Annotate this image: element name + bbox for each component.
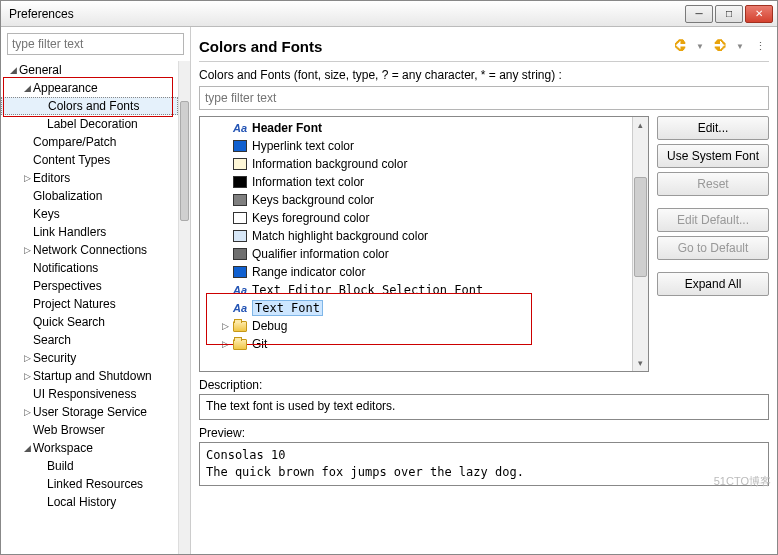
- expand-icon[interactable]: [21, 443, 33, 453]
- expand-icon[interactable]: [218, 321, 232, 331]
- tree-node[interactable]: Security: [1, 349, 178, 367]
- list-item[interactable]: Hyperlink text color: [200, 137, 632, 155]
- tree-node[interactable]: Project Natures: [1, 295, 178, 313]
- tree-node[interactable]: Build: [1, 457, 178, 475]
- list-item[interactable]: Range indicator color: [200, 263, 632, 281]
- edit-button[interactable]: Edit...: [657, 116, 769, 140]
- list-item[interactable]: AaText Font: [200, 299, 632, 317]
- tree-scrollbar[interactable]: [178, 61, 190, 554]
- color-swatch-icon: [232, 211, 248, 225]
- back-dropdown[interactable]: ▼: [691, 37, 709, 55]
- tree-node[interactable]: Editors: [1, 169, 178, 187]
- list-item[interactable]: Qualifier information color: [200, 245, 632, 263]
- maximize-button[interactable]: □: [715, 5, 743, 23]
- title-bar: Preferences ─ □ ✕: [1, 1, 777, 27]
- expand-icon[interactable]: [7, 65, 19, 75]
- tree-node-label: Globalization: [33, 189, 102, 203]
- tree-node-label: Network Connections: [33, 243, 147, 257]
- tree-node[interactable]: Link Handlers: [1, 223, 178, 241]
- tree-node[interactable]: Quick Search: [1, 313, 178, 331]
- expand-icon[interactable]: [21, 83, 33, 93]
- font-filter-input[interactable]: [199, 86, 769, 110]
- tree-node[interactable]: Colors and Fonts: [1, 97, 178, 115]
- tree-node-label: Colors and Fonts: [48, 99, 139, 113]
- folder-icon: [232, 337, 248, 351]
- tree-node[interactable]: Local History: [1, 493, 178, 511]
- reset-button[interactable]: Reset: [657, 172, 769, 196]
- font-icon: Aa: [232, 301, 248, 315]
- back-button[interactable]: ⮈: [671, 37, 689, 55]
- expand-icon[interactable]: [21, 371, 33, 381]
- tree-node-label: Local History: [47, 495, 116, 509]
- tree-node-label: Link Handlers: [33, 225, 106, 239]
- tree-node[interactable]: User Storage Service: [1, 403, 178, 421]
- tree-node[interactable]: Globalization: [1, 187, 178, 205]
- list-item-label: Header Font: [252, 121, 322, 135]
- tree-node-label: Linked Resources: [47, 477, 143, 491]
- preferences-tree[interactable]: GeneralAppearanceColors and FontsLabel D…: [1, 61, 190, 554]
- window-title: Preferences: [5, 7, 685, 21]
- tree-node[interactable]: UI Responsiveness: [1, 385, 178, 403]
- menu-icon: ⋮: [755, 40, 766, 53]
- color-swatch-icon: [232, 247, 248, 261]
- tree-node[interactable]: Content Types: [1, 151, 178, 169]
- folder-icon: [232, 319, 248, 333]
- view-menu-button[interactable]: ⋮: [751, 37, 769, 55]
- tree-node[interactable]: Keys: [1, 205, 178, 223]
- tree-node[interactable]: Search: [1, 331, 178, 349]
- tree-node[interactable]: General: [1, 61, 178, 79]
- expand-icon[interactable]: [21, 173, 33, 183]
- description-box: The text font is used by text editors.: [199, 394, 769, 420]
- font-icon: Aa: [232, 121, 248, 135]
- list-item-label: Git: [252, 337, 267, 351]
- tree-node[interactable]: Label Decoration: [1, 115, 178, 133]
- close-button[interactable]: ✕: [745, 5, 773, 23]
- filter-input[interactable]: [7, 33, 184, 55]
- list-item[interactable]: AaHeader Font: [200, 119, 632, 137]
- expand-icon[interactable]: [21, 245, 33, 255]
- tree-node[interactable]: Web Browser: [1, 421, 178, 439]
- list-item[interactable]: Information text color: [200, 173, 632, 191]
- tree-node[interactable]: Workspace: [1, 439, 178, 457]
- color-swatch-icon: [232, 193, 248, 207]
- tree-node[interactable]: Appearance: [1, 79, 178, 97]
- tree-node[interactable]: Linked Resources: [1, 475, 178, 493]
- forward-dropdown[interactable]: ▼: [731, 37, 749, 55]
- tree-node-label: Security: [33, 351, 76, 365]
- tree-node[interactable]: Compare/Patch: [1, 133, 178, 151]
- tree-node-label: Label Decoration: [47, 117, 138, 131]
- go-to-default-button[interactable]: Go to Default: [657, 236, 769, 260]
- list-item[interactable]: Keys background color: [200, 191, 632, 209]
- minimize-button[interactable]: ─: [685, 5, 713, 23]
- tree-node-label: Compare/Patch: [33, 135, 116, 149]
- page-title: Colors and Fonts: [199, 38, 669, 55]
- tree-node-label: User Storage Service: [33, 405, 147, 419]
- use-system-font-button[interactable]: Use System Font: [657, 144, 769, 168]
- list-item[interactable]: AaText Editor Block Selection Font: [200, 281, 632, 299]
- expand-all-button[interactable]: Expand All: [657, 272, 769, 296]
- tree-node[interactable]: Network Connections: [1, 241, 178, 259]
- expand-icon[interactable]: [21, 353, 33, 363]
- tree-node-label: Workspace: [33, 441, 93, 455]
- list-scrollbar[interactable]: ▴▾: [632, 117, 648, 371]
- tree-node-label: General: [19, 63, 62, 77]
- tree-node[interactable]: Perspectives: [1, 277, 178, 295]
- preview-box: Consolas 10 The quick brown fox jumps ov…: [199, 442, 769, 486]
- list-item[interactable]: Git: [200, 335, 632, 353]
- tree-node-label: Keys: [33, 207, 60, 221]
- list-item[interactable]: Information background color: [200, 155, 632, 173]
- tree-node[interactable]: Startup and Shutdown: [1, 367, 178, 385]
- list-item[interactable]: Debug: [200, 317, 632, 335]
- tree-node-label: Web Browser: [33, 423, 105, 437]
- edit-default-button[interactable]: Edit Default...: [657, 208, 769, 232]
- list-item[interactable]: Keys foreground color: [200, 209, 632, 227]
- items-list[interactable]: AaHeader FontHyperlink text colorInforma…: [199, 116, 649, 372]
- expand-icon[interactable]: [21, 407, 33, 417]
- tree-node-label: Project Natures: [33, 297, 116, 311]
- list-item[interactable]: Match highlight background color: [200, 227, 632, 245]
- list-item-label: Debug: [252, 319, 287, 333]
- forward-button[interactable]: ⮊: [711, 37, 729, 55]
- expand-icon[interactable]: [218, 339, 232, 349]
- tree-node-label: Perspectives: [33, 279, 102, 293]
- tree-node[interactable]: Notifications: [1, 259, 178, 277]
